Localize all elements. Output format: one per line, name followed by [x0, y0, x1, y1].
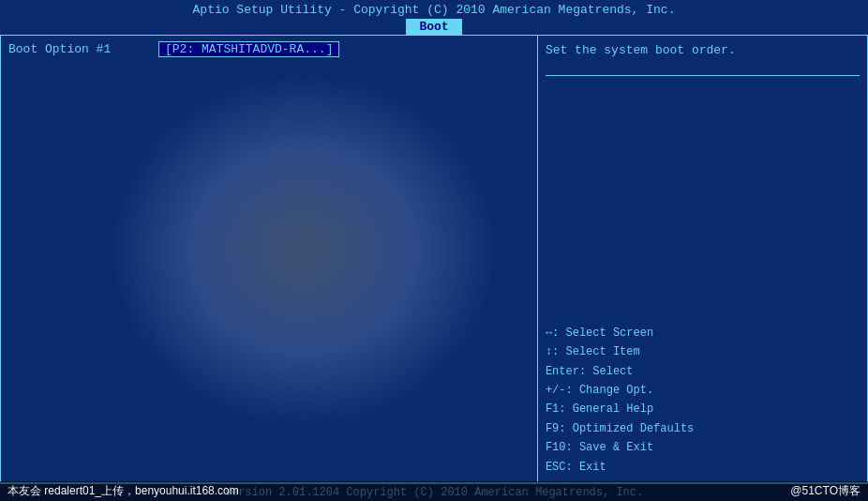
left-panel: Boot Option #1 [P2: MATSHITADVD-RA...]	[1, 36, 538, 482]
divider	[546, 75, 860, 76]
bios-content: Aptio Setup Utility - Copyright (C) 2010…	[0, 0, 868, 501]
boot-option-label: Boot Option #1	[8, 42, 158, 56]
bios-screen: Aptio Setup Utility - Copyright (C) 2010…	[0, 0, 868, 501]
watermark-left: 本友会 redalert01_上传，benyouhui.it168.com	[7, 483, 239, 499]
boot-tab[interactable]: Boot	[406, 19, 461, 35]
key-help-item: ↕: Select Item	[546, 342, 860, 361]
key-help-item: ESC: Exit	[546, 458, 860, 477]
key-help-item: F1: General Help	[546, 400, 860, 418]
boot-option-row: Boot Option #1 [P2: MATSHITADVD-RA...]	[8, 41, 530, 57]
key-help-item: Enter: Select	[546, 362, 860, 381]
title-bar: Aptio Setup Utility - Copyright (C) 2010…	[0, 0, 868, 19]
key-help-item: ↔: Select Screen	[546, 324, 860, 342]
title-text: Aptio Setup Utility - Copyright (C) 2010…	[193, 3, 676, 17]
watermark: 本友会 redalert01_上传，benyouhui.it168.com @5…	[0, 481, 868, 501]
bios-main: Boot Option #1 [P2: MATSHITADVD-RA...] S…	[0, 35, 868, 483]
watermark-right: @51CTO博客	[790, 483, 861, 499]
key-help: ↔: Select Screen↕: Select ItemEnter: Sel…	[546, 324, 860, 477]
boot-option-value[interactable]: [P2: MATSHITADVD-RA...]	[158, 41, 339, 57]
tab-row: Boot	[0, 19, 868, 35]
key-help-item: F9: Optimized Defaults	[546, 419, 860, 438]
help-text: Set the system boot order.	[546, 41, 860, 60]
key-help-item: +/-: Change Opt.	[546, 381, 860, 400]
key-help-item: F10: Save & Exit	[546, 438, 860, 457]
right-panel: Set the system boot order. ↔: Select Scr…	[538, 36, 867, 482]
